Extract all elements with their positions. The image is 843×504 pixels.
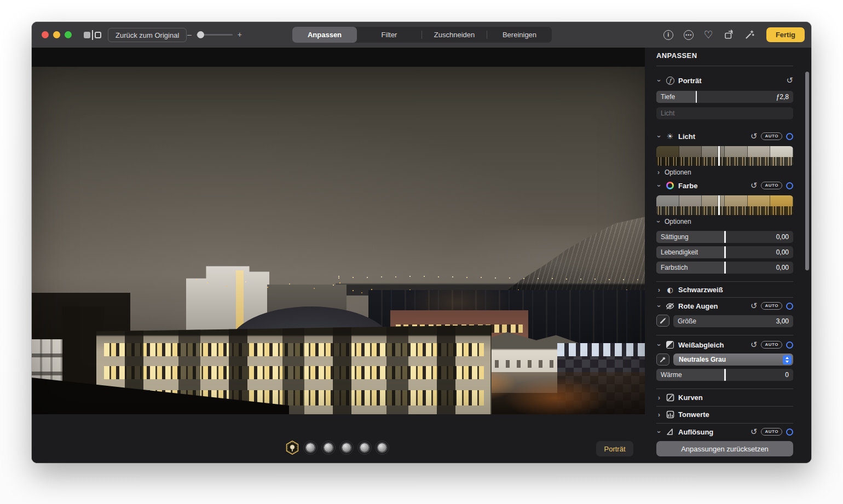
portrait-effect-natural-light-selected[interactable] <box>285 440 300 455</box>
licht-thumbnail-strip[interactable] <box>656 146 793 166</box>
white-balance-icon <box>666 341 674 349</box>
portrait-badge-button[interactable]: Porträt <box>596 441 633 456</box>
farbstich-slider[interactable]: Farbstich 0,00 <box>656 262 793 274</box>
auto-button[interactable]: AUTO <box>761 132 782 140</box>
section-farbe-header[interactable]: › Farbe ↺ AUTO <box>656 179 793 192</box>
auto-button[interactable]: AUTO <box>761 182 782 189</box>
section-tonwerte-header[interactable]: › Tonwerte <box>656 408 793 420</box>
sharpen-icon <box>666 427 674 436</box>
dropdown-stepper-icon <box>783 355 792 364</box>
section-portrait-header[interactable]: › ƒ Porträt ↺ <box>656 74 793 86</box>
portrait-effect-stage-light-mono[interactable] <box>359 442 370 453</box>
licht-options-toggle[interactable]: › Optionen <box>656 169 793 176</box>
rotate-icon[interactable] <box>724 30 734 40</box>
favorite-heart-icon[interactable]: ♡ <box>704 28 713 40</box>
section-tonwerte-label: Tonwerte <box>678 410 709 419</box>
aufloesung-enabled-circle[interactable] <box>786 428 793 436</box>
white-balance-dropdown[interactable]: Neutrales Grau <box>673 354 793 366</box>
sidebar-scrollbar[interactable] <box>805 72 809 270</box>
divider <box>656 389 793 389</box>
close-window-button[interactable] <box>42 31 49 38</box>
rote-augen-enabled-circle[interactable] <box>786 303 793 310</box>
tab-anpassen[interactable]: Anpassen <box>292 27 357 43</box>
portrait-aperture-icon: ƒ <box>666 77 674 85</box>
portrait-effect-stage-light[interactable] <box>341 442 352 453</box>
groesse-slider[interactable]: Größe 3,00 <box>673 315 793 327</box>
chevron-down-icon[interactable]: › <box>655 78 663 83</box>
saettigung-slider[interactable]: Sättigung 0,00 <box>656 231 793 243</box>
tab-zuschneiden[interactable]: Zuschneiden <box>422 27 487 43</box>
zoom-out-icon[interactable]: – <box>187 30 192 39</box>
undo-icon[interactable]: ↺ <box>750 182 758 190</box>
compare-original-icon[interactable] <box>84 30 102 40</box>
lebendigkeit-slider[interactable]: Lebendigkeit 0,00 <box>656 246 793 258</box>
white-balance-eyedropper-button[interactable] <box>656 354 669 366</box>
done-button[interactable]: Fertig <box>766 27 805 42</box>
revert-to-original-button[interactable]: Zurück zum Original <box>108 28 187 42</box>
waerme-slider[interactable]: Wärme 0 <box>656 369 793 381</box>
section-rote-augen-label: Rote Augen <box>678 302 718 310</box>
info-icon[interactable]: i <box>663 30 673 40</box>
sun-icon: ☀ <box>666 132 674 141</box>
waerme-label: Wärme <box>661 371 682 379</box>
farbe-options-label: Optionen <box>665 218 691 225</box>
section-kurven-label: Kurven <box>678 393 703 402</box>
chevron-down-icon[interactable]: › <box>655 183 663 188</box>
photos-edit-window: Zurück zum Original – + Anpassen Filter … <box>32 22 811 463</box>
section-weissabgleich-header[interactable]: › Weißabgleich ↺ AUTO <box>656 339 793 351</box>
red-eye-brush-button[interactable] <box>656 315 669 327</box>
section-licht-label: Licht <box>678 132 695 141</box>
half-circle-icon: ◐ <box>666 285 674 294</box>
fullscreen-window-button[interactable] <box>65 31 72 38</box>
chevron-right-icon[interactable]: › <box>656 393 662 402</box>
chevron-down-icon[interactable]: › <box>655 134 663 139</box>
portrait-effect-high-key-mono[interactable] <box>377 442 388 453</box>
auto-button[interactable]: AUTO <box>761 428 782 436</box>
more-options-icon[interactable]: ⋯ <box>684 30 694 40</box>
undo-icon[interactable]: ↺ <box>750 132 758 141</box>
tab-filter[interactable]: Filter <box>357 27 422 43</box>
section-kurven-header[interactable]: › Kurven <box>656 391 793 403</box>
chevron-down-icon[interactable]: › <box>655 429 663 435</box>
zoom-slider-knob[interactable] <box>197 31 204 38</box>
weissabgleich-enabled-circle[interactable] <box>786 341 793 349</box>
farbe-enabled-circle[interactable] <box>786 182 793 189</box>
licht-strip-marker[interactable] <box>718 146 720 166</box>
section-schwarzweiss-label: Schwarzweiß <box>678 286 723 294</box>
auto-button[interactable]: AUTO <box>761 302 782 310</box>
zoom-in-icon[interactable]: + <box>238 30 242 39</box>
farbe-thumbnail-strip[interactable] <box>656 195 793 215</box>
chevron-down-icon[interactable]: › <box>655 342 663 347</box>
auto-button[interactable]: AUTO <box>761 341 782 349</box>
farbe-options-toggle[interactable]: › Optionen <box>656 218 793 225</box>
portrait-licht-label: Licht <box>661 109 674 117</box>
chevron-down-icon: › <box>655 219 662 224</box>
portrait-effect-contour-light[interactable] <box>323 442 334 453</box>
chevron-right-icon[interactable]: › <box>656 286 662 294</box>
undo-icon[interactable]: ↺ <box>786 77 793 85</box>
undo-icon[interactable]: ↺ <box>750 341 758 349</box>
section-rote-augen-header[interactable]: › Rote Augen ↺ AUTO <box>656 300 793 312</box>
licht-enabled-circle[interactable] <box>786 133 793 140</box>
portrait-effect-studio-light[interactable] <box>305 442 316 453</box>
tab-bereinigen[interactable]: Bereinigen <box>487 27 552 43</box>
section-licht-header[interactable]: › ☀ Licht ↺ AUTO <box>656 130 793 142</box>
undo-icon[interactable]: ↺ <box>750 428 758 436</box>
auto-enhance-wand-icon[interactable] <box>744 30 755 40</box>
adjust-sidebar: ANPASSEN › ƒ Porträt ↺ Tiefe ƒ2,8 Licht <box>645 48 811 463</box>
divider <box>656 281 793 282</box>
tiefe-label: Tiefe <box>661 93 675 101</box>
undo-icon[interactable]: ↺ <box>750 302 758 310</box>
section-weissabgleich-label: Weißabgleich <box>678 341 724 349</box>
chevron-down-icon[interactable]: › <box>655 303 663 309</box>
chevron-right-icon[interactable]: › <box>656 410 662 419</box>
tiefe-slider[interactable]: Tiefe ƒ2,8 <box>656 91 793 103</box>
toolbar-right-group: i ⋯ ♡ Fertig <box>663 22 805 48</box>
reset-adjustments-button[interactable]: Anpassungen zurücksetzen <box>656 441 793 456</box>
minimize-window-button[interactable] <box>53 31 60 38</box>
section-farbe-label: Farbe <box>678 182 697 190</box>
farbe-strip-marker[interactable] <box>718 195 720 215</box>
section-aufloesung-header[interactable]: › Auflösung ↺ AUTO <box>656 426 793 438</box>
zoom-slider[interactable] <box>197 34 233 36</box>
section-schwarzweiss-header[interactable]: › ◐ Schwarzweiß <box>656 283 793 296</box>
